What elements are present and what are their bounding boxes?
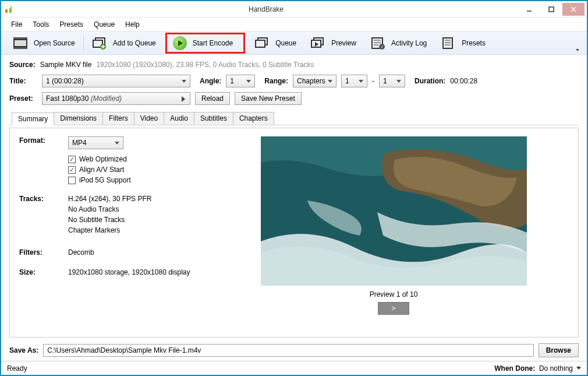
align-av-label: Align A/V Start: [79, 166, 124, 174]
svg-rect-4: [549, 7, 554, 12]
minimize-button[interactable]: [518, 3, 540, 16]
status-text: Ready: [7, 364, 27, 373]
tracks-line: No Audio Tracks: [68, 205, 151, 213]
toolbar-overflow-button[interactable]: [573, 31, 582, 55]
titlebar: HandBrake: [1, 1, 587, 17]
range-dash: -: [372, 77, 374, 85]
ipod-checkbox[interactable]: [68, 177, 76, 184]
menu-queue[interactable]: Queue: [88, 19, 120, 30]
web-optimized-checkbox[interactable]: [68, 156, 76, 163]
window-title: HandBrake: [14, 5, 518, 13]
filters-value: Decomb: [68, 248, 94, 256]
menu-help[interactable]: Help: [120, 19, 145, 30]
save-as-label: Save As:: [9, 346, 38, 354]
size-value: 1920x1080 storage, 1920x1080 display: [68, 268, 190, 276]
svg-rect-1: [9, 8, 12, 13]
queue-button[interactable]: Queue: [247, 31, 303, 55]
chevron-right-icon: [182, 96, 185, 102]
web-optimized-label: Web Optimized: [79, 155, 127, 163]
align-av-checkbox[interactable]: [68, 166, 76, 174]
preview-icon: [310, 37, 325, 50]
maximize-button[interactable]: [540, 3, 562, 16]
ipod-label: iPod 5G Support: [79, 176, 131, 184]
duration-value: 00:00:28: [450, 77, 477, 85]
activity-log-button[interactable]: Activity Log: [363, 31, 434, 55]
tracks-line: No Subtitle Tracks: [68, 216, 151, 224]
tracks-label: Tracks:: [19, 195, 68, 237]
title-dropdown[interactable]: 1 (00:00:28): [42, 75, 190, 87]
duration-label: Duration:: [415, 77, 445, 85]
svg-point-2: [10, 6, 12, 8]
svg-rect-0: [5, 9, 8, 13]
preview-image: [261, 136, 527, 286]
title-label: Title:: [9, 77, 37, 85]
tracks-line: H.264 (x264), 30 FPS PFR: [68, 195, 151, 203]
menubar: File Tools Presets Queue Help: [1, 17, 587, 31]
when-done-label: When Done:: [494, 364, 535, 373]
menu-tools[interactable]: Tools: [27, 19, 54, 30]
preview-label: Preview: [331, 39, 356, 47]
tab-subtitles[interactable]: Subtitles: [194, 112, 233, 125]
source-label: Source:: [9, 61, 36, 69]
tab-video[interactable]: Video: [134, 112, 164, 125]
preset-label: Preset:: [9, 94, 37, 103]
range-from-dropdown[interactable]: 1: [341, 75, 367, 87]
open-source-label: Open Source: [34, 39, 75, 47]
add-to-queue-button[interactable]: Add to Queue: [85, 31, 163, 55]
tab-summary[interactable]: Summary: [12, 113, 54, 125]
tab-chapters[interactable]: Chapters: [233, 112, 274, 125]
toolbar: Open Source Add to Queue Start Encode Qu…: [1, 31, 587, 55]
open-source-button[interactable]: Open Source: [6, 31, 82, 55]
preset-dropdown[interactable]: Fast 1080p30 (Modified): [42, 92, 190, 105]
activity-log-label: Activity Log: [391, 39, 427, 47]
format-dropdown[interactable]: MP4: [68, 136, 123, 149]
add-to-queue-label: Add to Queue: [113, 39, 156, 47]
start-encode-label: Start Encode: [193, 39, 233, 47]
svg-rect-8: [13, 37, 27, 39]
save-as-input[interactable]: [43, 344, 533, 357]
queue-add-icon: [92, 37, 107, 50]
browse-button[interactable]: Browse: [539, 343, 579, 357]
tracks-line: Chapter Markers: [68, 226, 151, 234]
queue-label: Queue: [275, 39, 296, 47]
angle-label: Angle:: [200, 77, 221, 85]
source-info: 1920x1080 (1920x1080), 23.98 FPS, 0 Audi…: [96, 61, 314, 69]
range-to-dropdown[interactable]: 1: [379, 75, 405, 87]
start-encode-button[interactable]: Start Encode: [165, 33, 245, 54]
menu-presets[interactable]: Presets: [54, 19, 88, 30]
statusbar: Ready When Done: Do nothing: [1, 361, 587, 375]
svg-rect-17: [256, 40, 265, 47]
format-label: Format:: [19, 136, 68, 149]
source-name: Sample MKV file: [40, 61, 92, 69]
tab-audio[interactable]: Audio: [164, 112, 194, 125]
preview-caption: Preview 1 of 10: [370, 290, 418, 298]
size-label: Size:: [19, 268, 68, 276]
filters-label: Filters:: [19, 248, 68, 256]
preview-button[interactable]: Preview: [303, 31, 363, 55]
close-button[interactable]: [562, 3, 585, 16]
reload-button[interactable]: Reload: [195, 92, 230, 105]
svg-rect-10: [15, 40, 26, 46]
range-type-dropdown[interactable]: Chapters: [293, 75, 336, 87]
svg-rect-9: [13, 47, 27, 49]
app-icon: [3, 4, 14, 15]
tabstrip: Summary Dimensions Filters Video Audio S…: [9, 108, 579, 125]
range-label: Range:: [264, 77, 288, 85]
svg-rect-26: [443, 38, 452, 48]
menu-file[interactable]: File: [6, 19, 27, 30]
save-new-preset-button[interactable]: Save New Preset: [235, 92, 302, 105]
angle-dropdown[interactable]: 1: [226, 75, 255, 87]
presets-icon: [441, 37, 456, 50]
preview-next-button[interactable]: >: [378, 302, 409, 315]
tab-filters[interactable]: Filters: [102, 112, 134, 125]
play-icon: [173, 36, 187, 50]
presets-label: Presets: [462, 39, 486, 47]
film-icon: [13, 37, 28, 50]
when-done-dropdown[interactable]: Do nothing: [539, 364, 581, 373]
log-icon: [370, 37, 385, 50]
tab-dimensions[interactable]: Dimensions: [54, 112, 103, 125]
presets-button[interactable]: Presets: [434, 31, 493, 55]
queue-icon: [254, 37, 270, 50]
